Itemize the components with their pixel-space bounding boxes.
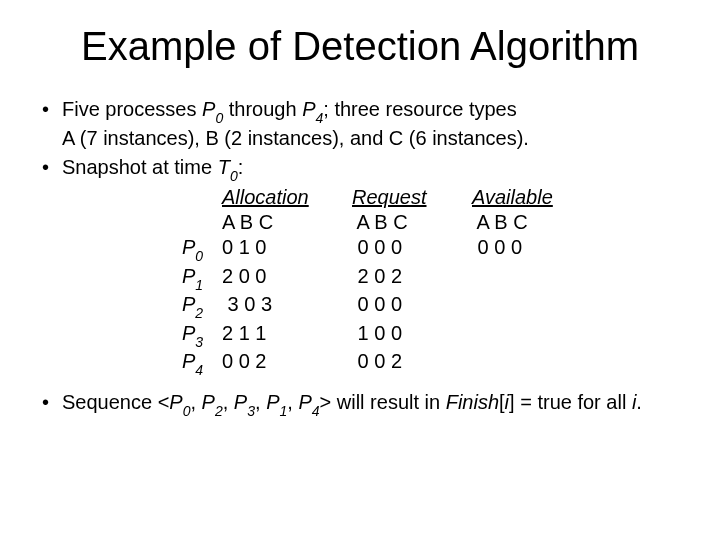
seq-p2: P2 [202, 391, 223, 413]
text: ] = true for all [509, 391, 632, 413]
seq-p0: P0 [169, 391, 190, 413]
sep: , [255, 391, 266, 413]
abc-req: A B C [352, 210, 472, 235]
slide-content: Five processes P0 through P4; three reso… [40, 97, 680, 418]
header-row: Allocation Request Available [182, 185, 680, 210]
p-sub: 1 [195, 277, 203, 293]
abc-text: A B C [476, 211, 527, 233]
seq-p3: P3 [234, 391, 255, 413]
req-cell: 0 0 2 [352, 349, 472, 378]
table-row: P0 0 1 0 0 0 0 0 0 0 [182, 235, 680, 264]
t-letter: T [218, 156, 230, 178]
text: > will result in [320, 391, 446, 413]
resource-line: A (7 instances), B (2 instances), and C … [62, 127, 529, 149]
table-row: P2 3 0 3 0 0 0 [182, 292, 680, 321]
abc-text: A B C [356, 211, 407, 233]
seq-p1: P1 [266, 391, 287, 413]
p-letter: P [182, 265, 195, 287]
resource-table: Allocation Request Available A B C A B C… [182, 185, 680, 378]
avail-cell [472, 264, 592, 293]
p-letter: P [182, 350, 195, 372]
avail-cell: 0 0 0 [472, 235, 592, 264]
table-row: P3 2 1 1 1 0 0 [182, 321, 680, 350]
p-sub: 3 [247, 403, 255, 419]
proc-label: P3 [182, 321, 222, 350]
text: : [238, 156, 244, 178]
alloc-cell: 2 1 1 [222, 321, 352, 350]
text: . [636, 391, 642, 413]
spacer [182, 210, 222, 235]
alloc-cell: 2 0 0 [222, 264, 352, 293]
p-sub: 0 [195, 248, 203, 264]
abc-alloc: A B C [222, 210, 352, 235]
val: 0 0 0 [358, 293, 402, 315]
footer-bullet-list: Sequence <P0, P2, P3, P1, P4> will resul… [40, 390, 680, 419]
req-cell: 2 0 2 [352, 264, 472, 293]
time-t0: T0 [218, 156, 238, 178]
p-letter: P [202, 98, 215, 120]
bullet-sequence: Sequence <P0, P2, P3, P1, P4> will resul… [40, 390, 680, 419]
req-cell: 1 0 0 [352, 321, 472, 350]
p-sub: 3 [195, 334, 203, 350]
val: 3 0 3 [228, 293, 272, 315]
val: 0 0 0 [358, 236, 402, 258]
sep: , [287, 391, 298, 413]
p-sub: 0 [215, 110, 223, 126]
p-letter: P [182, 322, 195, 344]
p-letter: P [182, 293, 195, 315]
p-sub: 4 [312, 403, 320, 419]
p-sub: 4 [195, 362, 203, 378]
slide: Example of Detection Algorithm Five proc… [0, 0, 720, 540]
val: 2 0 2 [358, 265, 402, 287]
proc-label: P0 [182, 235, 222, 264]
spacer [182, 185, 222, 210]
proc-p4: P4 [302, 98, 323, 120]
val: 0 0 0 [478, 236, 522, 258]
avail-cell [472, 292, 592, 321]
val: 1 0 0 [358, 322, 402, 344]
p-letter: P [302, 98, 315, 120]
alloc-cell: 0 1 0 [222, 235, 352, 264]
abc-row: A B C A B C A B C [182, 210, 680, 235]
text: Snapshot at time [62, 156, 218, 178]
bullet-list: Five processes P0 through P4; three reso… [40, 97, 680, 378]
finish-word: Finish [446, 391, 499, 413]
text: Sequence < [62, 391, 169, 413]
table-row: P4 0 0 2 0 0 2 [182, 349, 680, 378]
p-letter: P [202, 391, 215, 413]
p-sub: 4 [316, 110, 324, 126]
sep: , [190, 391, 201, 413]
p-sub: 1 [279, 403, 287, 419]
header-request: Request [352, 185, 472, 210]
p-sub: 2 [195, 305, 203, 321]
p-sub: 0 [183, 403, 191, 419]
p-letter: P [266, 391, 279, 413]
req-cell: 0 0 0 [352, 292, 472, 321]
req-cell: 0 0 0 [352, 235, 472, 264]
sep: , [223, 391, 234, 413]
p-sub: 2 [215, 403, 223, 419]
proc-label: P2 [182, 292, 222, 321]
val: 0 0 2 [358, 350, 402, 372]
t-sub: 0 [230, 168, 238, 184]
p-letter: P [234, 391, 247, 413]
proc-label: P4 [182, 349, 222, 378]
avail-cell [472, 321, 592, 350]
p-letter: P [298, 391, 311, 413]
header-available: Available [472, 185, 592, 210]
bullet-processes: Five processes P0 through P4; three reso… [40, 97, 680, 151]
p-letter: P [182, 236, 195, 258]
bullet-snapshot: Snapshot at time T0: Allocation Request … [40, 155, 680, 378]
header-allocation: Allocation [222, 185, 352, 210]
alloc-cell: 0 0 2 [222, 349, 352, 378]
alloc-cell: 3 0 3 [222, 292, 352, 321]
text: through [223, 98, 302, 120]
proc-p0: P0 [202, 98, 223, 120]
text: Five processes [62, 98, 202, 120]
proc-label: P1 [182, 264, 222, 293]
seq-p4: P4 [298, 391, 319, 413]
text: ; three resource types [323, 98, 516, 120]
p-letter: P [169, 391, 182, 413]
slide-title: Example of Detection Algorithm [40, 24, 680, 69]
table-row: P1 2 0 0 2 0 2 [182, 264, 680, 293]
